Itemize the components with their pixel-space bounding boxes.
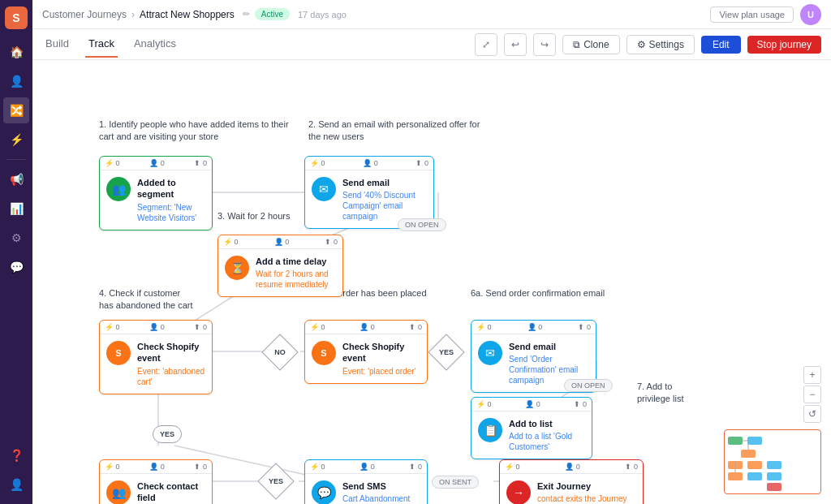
diamond-label: YES bbox=[439, 348, 454, 356]
topbar: Customer Journeys › Attract New Shoppers… bbox=[32, 0, 831, 29]
zoom-in-button[interactable]: + bbox=[803, 366, 821, 384]
on-sent-badge: ON SENT bbox=[432, 476, 479, 489]
node-text: Exit Journey contact exits the Journey a… bbox=[537, 480, 636, 504]
undo-b-button[interactable]: ↪ bbox=[533, 33, 556, 56]
node-time-delay[interactable]: ⚡ 0 👤 0 ⬆ 0 ⏳ Add a time delay Wait for … bbox=[217, 235, 343, 297]
node-desc: contact exits the Journey after reaching… bbox=[537, 493, 636, 504]
node-body: 👥 Added to segment Segment: 'New Website… bbox=[100, 170, 212, 230]
node-header: ⚡ 0 👤 0 ⬆ 0 bbox=[218, 235, 342, 249]
node-desc: Event: 'placed order' bbox=[342, 366, 420, 377]
section-label-6a: 6a. Send order confirmation email bbox=[471, 287, 605, 299]
node-body: S Check Shopify event Event: 'placed ord… bbox=[305, 334, 427, 383]
no-diamond: NO bbox=[264, 336, 296, 368]
sidebar-home[interactable]: 🏠 bbox=[3, 39, 29, 65]
minimap-controls: + − ↺ bbox=[803, 366, 821, 423]
svg-rect-17 bbox=[747, 437, 762, 445]
node-check-shopify-2[interactable]: ⚡ 0 👤 0 ⬆ 0 S Check Shopify event Event:… bbox=[304, 320, 428, 384]
svg-rect-22 bbox=[767, 472, 781, 480]
breadcrumb: Customer Journeys › Attract New Shoppers… bbox=[42, 8, 347, 20]
node-title: Exit Journey bbox=[537, 480, 636, 492]
node-desc: Add to a list 'Gold Customers' bbox=[509, 431, 585, 452]
node-added-to-segment[interactable]: ⚡ 0 👤 0 ⬆ 0 👥 Added to segment Segment: … bbox=[99, 156, 213, 230]
node-icon: S bbox=[312, 341, 336, 365]
minimap bbox=[724, 429, 821, 494]
sidebar-contacts[interactable]: 👤 bbox=[3, 68, 29, 94]
canvas: 1. Identify people who have added items … bbox=[32, 60, 831, 504]
stat-3: ⬆ 0 bbox=[194, 159, 207, 167]
node-header: ⚡ 0 👤 0 ⬆ 0 bbox=[305, 157, 433, 170]
node-icon: ✉ bbox=[312, 177, 336, 201]
node-icon: 👥 bbox=[106, 177, 131, 201]
sidebar-messages[interactable]: 💬 bbox=[3, 254, 29, 280]
clone-button[interactable]: ⧉ Clone bbox=[562, 35, 619, 54]
svg-rect-20 bbox=[747, 461, 762, 469]
reset-zoom-button[interactable]: ↺ bbox=[803, 405, 821, 423]
node-exit-journey[interactable]: ⚡ 0 👤 0 ⬆ 0 → Exit Journey contact exits… bbox=[499, 459, 644, 504]
node-body: 💬 Send SMS Cart Abandonment bbox=[305, 474, 427, 504]
node-header: ⚡ 0 👤 0 ⬆ 0 bbox=[100, 157, 212, 170]
sidebar-settings-nav[interactable]: ⚙ bbox=[3, 225, 29, 251]
fullscreen-button[interactable]: ⤢ bbox=[475, 33, 497, 56]
view-plan-button[interactable]: View plan usage bbox=[710, 6, 794, 23]
node-title: Added to segment bbox=[137, 177, 205, 200]
node-text: Check Shopify event Event: 'placed order… bbox=[342, 341, 420, 377]
tab-track[interactable]: Track bbox=[85, 31, 118, 58]
node-title: Send SMS bbox=[342, 480, 410, 492]
breadcrumb-separator: › bbox=[131, 9, 135, 20]
yes-diamond-1: YES bbox=[430, 336, 463, 368]
sidebar-divider bbox=[6, 159, 26, 160]
breadcrumb-parent[interactable]: Customer Journeys bbox=[42, 9, 127, 20]
sidebar-automation[interactable]: ⚡ bbox=[3, 127, 29, 153]
node-icon: 💬 bbox=[312, 480, 336, 504]
diamond-label: NO bbox=[274, 348, 286, 356]
node-body: 📋 Add to list Add to a list 'Gold Custom… bbox=[471, 411, 592, 459]
sidebar-analytics[interactable]: 📊 bbox=[3, 196, 29, 222]
avatar[interactable]: U bbox=[800, 4, 821, 25]
node-text: Add a time delay Wait for 2 hours and re… bbox=[256, 256, 336, 290]
node-check-shopify-1[interactable]: ⚡ 0 👤 0 ⬆ 0 S Check Shopify event Event:… bbox=[99, 320, 213, 394]
node-body: → Exit Journey contact exits the Journey… bbox=[500, 474, 643, 504]
tabs: Build Track Analytics bbox=[42, 31, 179, 58]
node-header: ⚡ 0 👤 0 ⬆ 0 bbox=[305, 460, 427, 474]
edit-button[interactable]: Edit bbox=[701, 36, 741, 54]
zoom-out-button[interactable]: − bbox=[803, 386, 821, 403]
sidebar-user[interactable]: 👤 bbox=[3, 472, 29, 498]
node-icon: 👥 bbox=[106, 480, 131, 504]
settings-button[interactable]: ⚙ Settings bbox=[626, 35, 695, 54]
stat-2: 👤 0 bbox=[149, 159, 165, 167]
section-label-3: 3. Wait for 2 hours bbox=[217, 210, 290, 222]
main-content: Customer Journeys › Attract New Shoppers… bbox=[32, 0, 831, 504]
node-icon: → bbox=[506, 480, 531, 504]
node-title: Send email bbox=[342, 177, 427, 188]
yes-circle-left: YES bbox=[153, 425, 182, 443]
tab-build[interactable]: Build bbox=[42, 31, 72, 58]
sidebar: S 🏠 👤 🔀 ⚡ 📢 📊 ⚙ 💬 ❓ 👤 bbox=[0, 0, 32, 504]
logo[interactable]: S bbox=[5, 6, 28, 29]
node-send-sms[interactable]: ⚡ 0 👤 0 ⬆ 0 💬 Send SMS Cart Abandonment bbox=[304, 459, 428, 504]
svg-rect-21 bbox=[767, 461, 781, 469]
node-add-to-list[interactable]: ⚡ 0 👤 0 ⬆ 0 📋 Add to list Add to a list … bbox=[471, 397, 592, 459]
node-text: Added to segment Segment: 'New Website V… bbox=[137, 177, 205, 223]
status-badge: Active bbox=[255, 8, 290, 20]
node-icon: 📋 bbox=[478, 418, 502, 442]
node-header: ⚡ 0 👤 0 ⬆ 0 bbox=[500, 460, 643, 474]
on-open-badge-2: ON OPEN bbox=[564, 379, 613, 392]
node-check-contact[interactable]: ⚡ 0 👤 0 ⬆ 0 👥 Check contact field If sta… bbox=[99, 459, 213, 504]
node-body: ⏳ Add a time delay Wait for 2 hours and … bbox=[218, 249, 342, 296]
on-open-badge-1: ON OPEN bbox=[398, 218, 446, 231]
node-icon: ⏳ bbox=[225, 256, 249, 280]
node-title: Add a time delay bbox=[256, 256, 336, 267]
node-desc: Segment: 'New Website Visitors' bbox=[137, 202, 205, 223]
yes-diamond-2: YES bbox=[260, 465, 292, 498]
sidebar-campaigns[interactable]: 📢 bbox=[3, 166, 29, 192]
sidebar-journeys[interactable]: 🔀 bbox=[3, 97, 29, 123]
undo-a-button[interactable]: ↩ bbox=[504, 33, 527, 56]
section-label-7: 7. Add toprivilege list bbox=[637, 381, 683, 406]
tabsbar: Build Track Analytics ⤢ ↩ ↪ ⧉ Clone ⚙ Se… bbox=[32, 29, 831, 60]
tab-analytics[interactable]: Analytics bbox=[131, 31, 179, 58]
clone-icon: ⧉ bbox=[573, 39, 580, 50]
settings-label: Settings bbox=[649, 39, 684, 50]
sidebar-help[interactable]: ❓ bbox=[3, 442, 29, 468]
stop-button[interactable]: Stop journey bbox=[747, 36, 821, 54]
edit-title-icon[interactable]: ✏ bbox=[243, 9, 250, 19]
